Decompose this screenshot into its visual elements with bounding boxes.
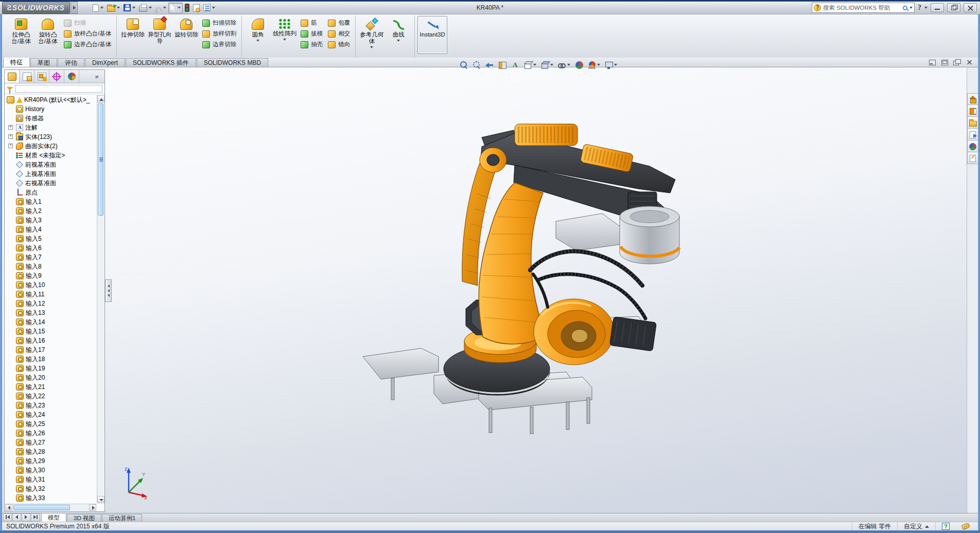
command-tab[interactable]: SOLIDWORKS 插件 — [126, 58, 196, 67]
tree-item[interactable]: 注解 — [6, 123, 96, 132]
tree-item[interactable]: 输入7 — [6, 253, 96, 262]
quick-access-button[interactable] — [122, 3, 137, 12]
tree-item[interactable]: 输入25 — [6, 419, 96, 429]
help-caret[interactable] — [924, 7, 927, 9]
scroll-up-button[interactable] — [97, 95, 104, 102]
panel-tab[interactable] — [34, 70, 49, 83]
flyout-caret-icon[interactable] — [614, 64, 617, 66]
tree-item[interactable]: 输入9 — [6, 271, 96, 280]
tree-item[interactable]: 输入13 — [6, 308, 96, 317]
tree-root-item[interactable]: KR40PA (默认<<默认>_ — [6, 95, 96, 104]
tree-item[interactable]: 输入16 — [6, 336, 96, 345]
help-button[interactable]: ? — [918, 4, 921, 12]
tree-item[interactable]: 输入11 — [6, 290, 96, 299]
view-tool-button[interactable] — [470, 59, 483, 70]
tree-item[interactable]: 输入23 — [6, 401, 96, 410]
flyout-caret-icon[interactable] — [550, 64, 553, 66]
ribbon-button[interactable]: 抽壳 — [298, 39, 325, 50]
tree-item[interactable]: 材质 <未指定> — [6, 151, 96, 160]
panel-overflow-button[interactable]: » — [89, 70, 104, 83]
ribbon-button[interactable]: 边界凸台/基体 — [61, 39, 114, 50]
minimize-button[interactable] — [931, 3, 944, 12]
ribbon-button[interactable]: 相交 — [325, 28, 353, 39]
ribbon-button[interactable]: 放样凸台/基体 — [61, 28, 114, 39]
tree-item[interactable]: 输入8 — [6, 262, 96, 271]
tree-item[interactable]: 输入27 — [6, 438, 96, 447]
document-tab[interactable]: 模型 — [41, 513, 66, 522]
tree-item[interactable]: 输入19 — [6, 364, 96, 373]
tree-item[interactable]: 输入10 — [6, 280, 96, 290]
view-tool-button[interactable] — [603, 59, 619, 70]
tree-item[interactable]: 输入24 — [6, 410, 96, 419]
ribbon-button[interactable]: 线性阵列 — [271, 16, 298, 54]
search-icon[interactable] — [903, 6, 907, 10]
tree-item[interactable]: 传感器 — [6, 114, 96, 123]
quick-access-button[interactable] — [191, 3, 201, 13]
tree-item[interactable]: 输入32 — [6, 484, 96, 493]
ribbon-button[interactable]: 旋转凸台/基体 — [34, 16, 61, 54]
view-tool-button[interactable] — [573, 59, 585, 70]
document-tab[interactable]: 运动算例1 — [102, 514, 142, 522]
view-tool-button[interactable] — [522, 59, 538, 70]
flyout-caret-icon[interactable] — [283, 39, 286, 41]
last-tab-button[interactable] — [31, 513, 40, 521]
tree-item[interactable]: 输入2 — [6, 206, 96, 216]
ribbon-button[interactable]: 拔模 — [298, 28, 325, 39]
tree-item[interactable]: 输入22 — [6, 392, 96, 401]
quick-access-button[interactable] — [91, 3, 105, 13]
tree-item[interactable]: 输入28 — [6, 447, 96, 456]
status-tag[interactable] — [956, 522, 978, 530]
scrollbar-thumb[interactable] — [98, 103, 103, 216]
tree-item[interactable]: 输入18 — [6, 354, 96, 364]
help-search-box[interactable] — [812, 3, 915, 13]
ribbon-button[interactable]: 包覆 — [325, 17, 353, 28]
view-tool-button[interactable] — [539, 59, 555, 70]
panel-splitter-handle[interactable] — [105, 279, 112, 302]
tree-item[interactable]: 输入31 — [6, 475, 96, 484]
tree-item[interactable]: 输入30 — [6, 466, 96, 475]
expand-toggle[interactable] — [8, 144, 13, 148]
tree-horizontal-scrollbar[interactable] — [5, 504, 96, 511]
scroll-right-button[interactable] — [89, 504, 96, 511]
command-tab[interactable]: DimXpert — [85, 58, 125, 67]
command-tab[interactable]: 特征 — [3, 57, 30, 67]
tree-item[interactable]: 原点 — [6, 188, 96, 197]
ribbon-button[interactable]: 扫描 — [61, 17, 114, 28]
view-tool-button[interactable] — [458, 59, 470, 70]
tree-item[interactable]: 上视基准面 — [6, 169, 96, 179]
view-tool-button[interactable] — [509, 59, 521, 70]
tree-item[interactable]: 前视基准面 — [6, 160, 96, 169]
command-tab[interactable]: 草图 — [30, 58, 57, 67]
flyout-caret-icon[interactable] — [397, 40, 400, 42]
tree-item[interactable]: 输入3 — [6, 216, 96, 225]
task-pane-tab[interactable] — [967, 140, 978, 152]
doc-minimize-button[interactable] — [927, 59, 937, 66]
tree-filter-input[interactable] — [15, 85, 102, 93]
ribbon-button[interactable]: 曲线 — [385, 16, 412, 54]
robot-3d-model[interactable] — [360, 116, 710, 440]
tree-item[interactable]: 输入34 — [6, 503, 96, 503]
quick-access-button[interactable] — [137, 3, 153, 13]
command-tab[interactable]: 评估 — [58, 58, 84, 67]
task-pane-tab[interactable] — [967, 117, 978, 129]
ribbon-button[interactable]: 扫描切除 — [200, 17, 239, 28]
tree-item[interactable]: 输入14 — [6, 317, 96, 327]
tree-item[interactable]: 输入33 — [6, 493, 96, 503]
next-tab-button[interactable] — [22, 513, 30, 521]
ribbon-button[interactable]: 拉伸切除 — [119, 16, 146, 54]
scroll-down-button[interactable] — [97, 496, 104, 503]
previous-tab-button[interactable] — [12, 513, 21, 521]
tree-item[interactable]: 输入26 — [6, 429, 96, 438]
view-tool-button[interactable] — [496, 59, 509, 70]
ribbon-button[interactable]: Instant3D — [417, 16, 447, 54]
flyout-caret-icon[interactable] — [597, 64, 600, 66]
tree-item[interactable]: 输入17 — [6, 345, 96, 354]
quick-access-button[interactable] — [154, 4, 168, 12]
tree-item[interactable]: 右视基准面 — [6, 179, 96, 188]
panel-tab[interactable] — [20, 70, 34, 83]
search-options-caret[interactable] — [909, 7, 913, 9]
view-tool-button[interactable] — [483, 59, 496, 70]
tree-item[interactable]: 输入21 — [6, 382, 96, 392]
status-help[interactable] — [935, 522, 956, 530]
quick-access-button[interactable] — [202, 3, 217, 12]
